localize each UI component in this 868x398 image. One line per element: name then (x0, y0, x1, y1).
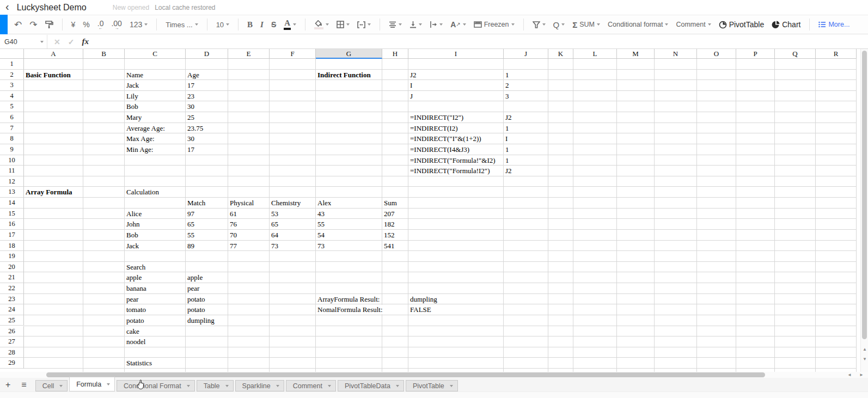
cell-D22[interactable]: pear (186, 284, 201, 293)
increase-decimal-button[interactable]: .00→ (108, 17, 125, 32)
cell-G18[interactable]: 73 (316, 241, 326, 250)
cell-G23[interactable]: ArrayFormula Result: (316, 295, 381, 304)
row-header-23[interactable]: 23 (0, 294, 24, 305)
cell-H16[interactable]: 182 (382, 219, 396, 229)
cell-C23[interactable]: pear (125, 295, 140, 304)
horizontal-align-button[interactable] (386, 17, 405, 32)
filter-button[interactable] (529, 17, 549, 32)
column-header-R[interactable]: R (816, 49, 857, 59)
column-header-E[interactable]: E (228, 49, 270, 59)
chevron-down-icon[interactable] (225, 385, 229, 387)
cell-C25[interactable]: potato (125, 316, 146, 325)
cell-J10[interactable]: 1 (504, 156, 511, 165)
cell-F16[interactable]: 65 (270, 219, 280, 229)
cell-C20[interactable]: Search (125, 262, 147, 272)
cell-C6[interactable]: Mary (125, 113, 143, 122)
text-rotate-button[interactable]: A↗ (447, 17, 469, 32)
cell-H18[interactable]: 541 (382, 241, 396, 250)
chevron-down-icon[interactable] (107, 383, 110, 385)
chevron-down-icon[interactable] (450, 385, 453, 387)
cell-D9[interactable]: 17 (186, 145, 196, 154)
row-header-12[interactable]: 12 (0, 176, 24, 187)
scroll-down-icon[interactable]: ▼ (861, 356, 868, 363)
cancel-icon[interactable]: ✕ (54, 38, 60, 46)
cell-I24[interactable]: FALSE (408, 305, 433, 314)
cell-C26[interactable]: cake (125, 327, 141, 336)
column-header-C[interactable]: C (125, 49, 186, 59)
decrease-decimal-button[interactable]: .0← (94, 17, 107, 32)
format-painter-button[interactable] (42, 17, 57, 32)
row-header-28[interactable]: 28 (0, 347, 24, 358)
cell-D23[interactable]: potato (186, 295, 207, 304)
cell-G17[interactable]: 54 (316, 230, 326, 240)
cell-F17[interactable]: 64 (270, 230, 280, 240)
percent-format-button[interactable]: % (80, 17, 93, 32)
cell-G24[interactable]: NomalFormula Result: (316, 305, 384, 314)
column-header-J[interactable]: J (504, 49, 548, 59)
cell-C22[interactable]: banana (125, 284, 148, 293)
cell-J2[interactable]: 1 (504, 70, 511, 79)
chevron-down-icon[interactable] (187, 385, 190, 387)
column-header-D[interactable]: D (186, 49, 228, 59)
column-header-B[interactable]: B (83, 49, 125, 59)
cell-J8[interactable]: I (504, 134, 509, 143)
cell-F14[interactable]: Chemistry (270, 198, 302, 207)
font-color-button[interactable]: A (280, 17, 299, 32)
row-header-1[interactable]: 1 (0, 59, 24, 70)
row-header-11[interactable]: 11 (0, 166, 24, 176)
row-header-15[interactable]: 15 (0, 209, 24, 219)
cell-D25[interactable]: dumpling (186, 316, 216, 325)
row-header-22[interactable]: 22 (0, 283, 24, 294)
cell-D17[interactable]: 55 (186, 230, 196, 240)
vertical-scrollbar-thumb[interactable] (862, 51, 867, 339)
fill-color-button[interactable] (311, 17, 332, 32)
cell-name-box[interactable]: G40 (0, 35, 47, 48)
pivot-table-button[interactable]: PivotTable (716, 17, 768, 32)
more-button[interactable]: More... (815, 17, 853, 32)
formula-input[interactable] (95, 35, 868, 48)
cell-I9[interactable]: =INDIRECT(I4&J3) (408, 145, 471, 154)
row-header-8[interactable]: 8 (0, 133, 24, 144)
number-format-dropdown[interactable]: 123 (126, 17, 151, 32)
row-header-10[interactable]: 10 (0, 155, 24, 166)
cell-C2[interactable]: Name (125, 70, 145, 79)
cell-I3[interactable]: I (408, 81, 414, 90)
scroll-right-icon[interactable]: ► (857, 372, 866, 378)
row-header-24[interactable]: 24 (0, 304, 24, 315)
cell-D8[interactable]: 30 (186, 134, 196, 143)
column-header-F[interactable]: F (270, 49, 316, 59)
cell-C18[interactable]: Jack (125, 241, 140, 250)
chevron-down-icon[interactable] (276, 385, 279, 387)
cell-I23[interactable]: dumpling (408, 295, 439, 304)
column-header-K[interactable]: K (548, 49, 573, 59)
row-header-17[interactable]: 17 (0, 230, 24, 241)
strikethrough-button[interactable]: S (268, 17, 279, 32)
cell-D16[interactable]: 65 (186, 219, 196, 229)
cell-A2[interactable]: Basic Function (24, 70, 72, 79)
add-sheet-button[interactable]: + (0, 380, 16, 391)
chart-button[interactable]: Chart (768, 17, 804, 32)
cell-I4[interactable]: J (408, 91, 414, 101)
column-header-L[interactable]: L (573, 49, 617, 59)
conditional-format-button[interactable]: Conditional format (604, 17, 671, 32)
cell-C13[interactable]: Calculation (125, 187, 161, 197)
cell-F18[interactable]: 73 (270, 241, 280, 250)
vertical-align-button[interactable] (406, 17, 425, 32)
cell-E14[interactable]: Physical (228, 198, 255, 207)
column-header-M[interactable]: M (617, 49, 655, 59)
column-header-A[interactable]: A (24, 49, 83, 59)
cell-D6[interactable]: 25 (186, 113, 196, 122)
cell-A13[interactable]: Array Formula (24, 187, 74, 197)
cell-D3[interactable]: 17 (186, 81, 196, 90)
cell-I2[interactable]: J2 (408, 70, 418, 79)
column-header-P[interactable]: P (736, 49, 775, 59)
cell-H15[interactable]: 207 (382, 209, 396, 218)
cell-E16[interactable]: 76 (228, 219, 239, 229)
cell-J4[interactable]: 3 (504, 91, 511, 101)
chevron-down-icon[interactable] (59, 385, 63, 387)
cell-J3[interactable]: 2 (504, 81, 511, 90)
row-header-18[interactable]: 18 (0, 241, 24, 252)
font-family-select[interactable]: Times ... (162, 17, 201, 32)
borders-button[interactable] (333, 17, 353, 32)
scroll-up-icon[interactable]: ▲ (861, 346, 868, 353)
